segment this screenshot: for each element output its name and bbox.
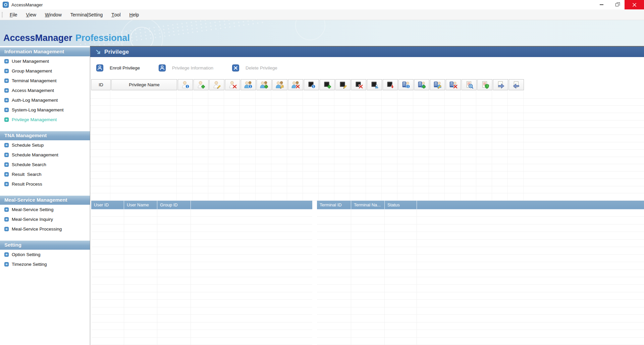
menu-item-window[interactable]: Window xyxy=(41,9,66,20)
privilege-table-row[interactable] xyxy=(90,193,644,201)
user-table-row[interactable] xyxy=(91,300,312,307)
terminal-column-header-terminal-na[interactable]: Terminal Na... xyxy=(351,201,385,209)
user-table-row[interactable] xyxy=(91,217,312,224)
restore-button[interactable] xyxy=(609,0,625,9)
column-header-log-search[interactable] xyxy=(462,79,477,90)
menu-item-tool[interactable]: Tool xyxy=(107,9,125,20)
column-header-group-delete[interactable] xyxy=(288,79,303,90)
column-header-terminal-delete[interactable] xyxy=(351,79,366,90)
column-header-user-delete[interactable] xyxy=(225,79,240,90)
privilege-table-row[interactable] xyxy=(90,150,644,157)
column-header-log-shield[interactable] xyxy=(477,79,492,90)
sidebar-item-meal-service-processing[interactable]: Meal-Service Processing xyxy=(0,224,90,234)
column-header-terminal-add[interactable] xyxy=(320,79,335,90)
sidebar-item-meal-service-setting[interactable]: Meal-Service Setting xyxy=(0,205,90,214)
terminal-table-row[interactable] xyxy=(317,209,644,217)
terminal-table-row[interactable] xyxy=(317,315,644,322)
column-header-terminal-user[interactable] xyxy=(367,79,382,90)
user-table-row[interactable] xyxy=(91,262,312,269)
column-header-device-user-delete[interactable] xyxy=(446,79,461,90)
column-header-terminal-edit[interactable] xyxy=(335,79,351,90)
sidebar-item-result-search[interactable]: Result Search xyxy=(0,169,90,179)
terminal-table-row[interactable] xyxy=(317,240,644,247)
column-header-group-add[interactable] xyxy=(257,79,272,90)
menu-item-terminal-setting[interactable]: Terminal Setting xyxy=(66,9,107,20)
user-table-row[interactable] xyxy=(91,292,312,300)
privilege-table-row[interactable] xyxy=(90,164,644,171)
sidebar-item-access-management[interactable]: Access Management xyxy=(0,86,90,95)
column-header-group-info[interactable] xyxy=(241,79,256,90)
terminal-table-row[interactable] xyxy=(317,217,644,224)
terminal-table-row[interactable] xyxy=(317,285,644,292)
terminal-table-row[interactable] xyxy=(317,262,644,269)
column-header-privilege-name[interactable]: Privilege Name xyxy=(111,79,177,90)
minimize-button[interactable] xyxy=(594,0,609,9)
terminal-table-row[interactable] xyxy=(317,255,644,262)
column-header-user-add[interactable] xyxy=(194,79,209,90)
privilege-table-row[interactable] xyxy=(90,113,644,120)
user-table-row[interactable] xyxy=(91,232,312,239)
sidebar-item-option-setting[interactable]: Option Setting xyxy=(0,250,90,259)
user-table-row[interactable] xyxy=(91,315,312,322)
sidebar-item-terminal-management[interactable]: Terminal Management xyxy=(0,76,90,86)
terminal-table-row[interactable] xyxy=(317,300,644,307)
terminal-column-header-status[interactable]: Status xyxy=(385,201,417,209)
column-header-id[interactable]: ID xyxy=(91,79,111,90)
user-column-header-group-id[interactable]: Group ID xyxy=(157,201,191,209)
user-table-row[interactable] xyxy=(91,323,312,330)
user-table-row[interactable] xyxy=(91,240,312,247)
privilege-table-row[interactable] xyxy=(90,135,644,142)
user-table-row[interactable] xyxy=(91,307,312,315)
privilege-table-row[interactable] xyxy=(90,171,644,179)
menu-item-file[interactable]: File xyxy=(5,9,22,20)
privilege-table-row[interactable] xyxy=(90,128,644,135)
column-header-user-edit[interactable] xyxy=(209,79,224,90)
terminal-table-row[interactable] xyxy=(317,323,644,330)
sidebar-item-meal-service-inquiry[interactable]: Meal-Service Inquiry xyxy=(0,214,90,224)
privilege-table-row[interactable] xyxy=(90,99,644,106)
sidebar-item-schedule-setup[interactable]: Schedule Setup xyxy=(0,140,90,150)
user-column-header-user-name[interactable]: User Name xyxy=(124,201,157,209)
user-table-row[interactable] xyxy=(91,330,312,337)
sidebar-item-schedule-search[interactable]: Schedule Search xyxy=(0,160,90,169)
terminal-table-row[interactable] xyxy=(317,277,644,285)
user-table-row[interactable] xyxy=(91,285,312,292)
user-table-row[interactable] xyxy=(91,225,312,232)
terminal-table-row[interactable] xyxy=(317,270,644,277)
column-header-device-user-add[interactable] xyxy=(414,79,429,90)
sidebar-item-user-management[interactable]: User Management xyxy=(0,56,90,66)
terminal-table-row[interactable] xyxy=(317,330,644,337)
privilege-table-row[interactable] xyxy=(90,157,644,164)
user-table-row[interactable] xyxy=(91,247,312,254)
close-button[interactable] xyxy=(625,0,644,9)
column-header-export[interactable] xyxy=(493,79,508,90)
user-table-row[interactable] xyxy=(91,277,312,285)
column-header-terminal-info[interactable] xyxy=(304,79,319,90)
sidebar-item-privilege-management[interactable]: Privilege Management xyxy=(0,115,90,125)
privilege-table-row[interactable] xyxy=(90,106,644,113)
enroll-privilege-button[interactable]: Enroll Privilege xyxy=(96,64,140,71)
privilege-table-row[interactable] xyxy=(90,91,644,99)
privilege-table-row[interactable] xyxy=(90,179,644,186)
terminal-table-row[interactable] xyxy=(317,338,644,345)
column-header-import[interactable] xyxy=(509,79,524,90)
menu-item-help[interactable]: Help xyxy=(125,9,144,20)
sidebar-item-group-management[interactable]: Group Management xyxy=(0,66,90,76)
terminal-table-row[interactable] xyxy=(317,307,644,315)
privilege-table-row[interactable] xyxy=(90,142,644,150)
column-header-device-user-info[interactable] xyxy=(398,79,414,90)
sidebar-item-timezone-setting[interactable]: Timezone Setting xyxy=(0,259,90,269)
privilege-table-row[interactable] xyxy=(90,120,644,128)
terminal-table-row[interactable] xyxy=(317,232,644,239)
column-header-user-info[interactable] xyxy=(178,79,193,90)
user-table-row[interactable] xyxy=(91,255,312,262)
menu-item-view[interactable]: View xyxy=(22,9,41,20)
terminal-table-row[interactable] xyxy=(317,247,644,254)
sidebar-item-schedule-management[interactable]: Schedule Management xyxy=(0,150,90,160)
user-table-row[interactable] xyxy=(91,338,312,345)
column-header-device-user-edit[interactable] xyxy=(430,79,445,90)
user-table-row[interactable] xyxy=(91,209,312,217)
user-table-row[interactable] xyxy=(91,270,312,277)
column-header-terminal-save[interactable] xyxy=(383,79,398,90)
sidebar-item-result-process[interactable]: Result Process xyxy=(0,179,90,189)
